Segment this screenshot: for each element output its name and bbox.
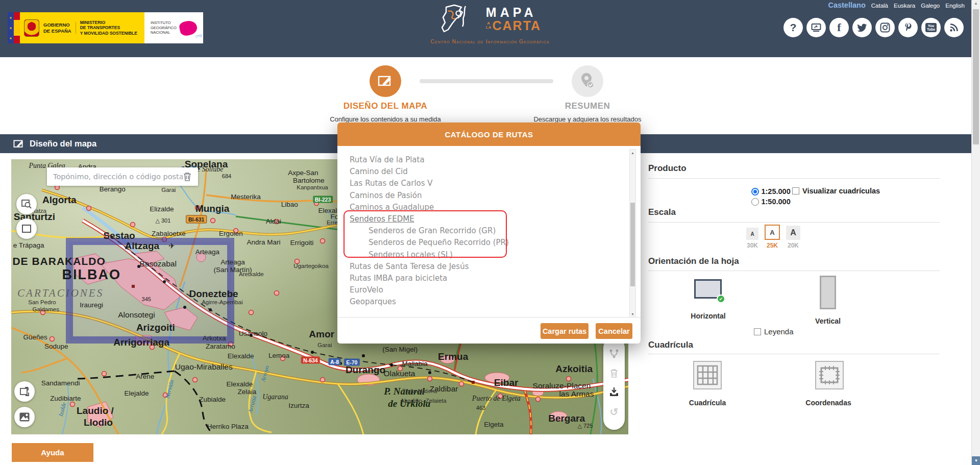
- route-catalog-item[interactable]: Caminos a Guadalupe: [350, 202, 626, 213]
- step-summary-sublabel: Descargue y adquiera los resultados: [521, 115, 654, 123]
- visualizar-cuadriculas-checkbox[interactable]: Visualizar cuadrículas: [792, 187, 880, 195]
- radio-25-label: 1:25.000: [761, 187, 790, 195]
- check-badge-icon: ✔: [717, 295, 725, 303]
- cnig-logo-icon: [178, 19, 198, 36]
- scroll-down-icon[interactable]: ▼: [630, 311, 635, 317]
- ministry-block: GOBIERNODE ESPAÑA MINISTERIODE TRANSPORT…: [20, 12, 144, 43]
- map-design-icon: [13, 139, 24, 149]
- download-icon[interactable]: [609, 387, 619, 397]
- zoom-to-area-button[interactable]: [16, 194, 37, 214]
- page-scrollbar[interactable]: ▲ ▼: [971, 0, 980, 465]
- government-logo[interactable]: ★★★ GOBIERNODE ESPAÑA MINISTERIODE TRANS…: [8, 12, 203, 43]
- radio-unselected-icon[interactable]: [751, 198, 759, 206]
- leyenda-label: Leyenda: [764, 327, 794, 336]
- grid-icon: [697, 365, 718, 385]
- radio-option-50k[interactable]: 1:50.000: [751, 197, 791, 207]
- route-catalog-item[interactable]: Senderos Locales (SL): [369, 249, 626, 261]
- search-input[interactable]: [53, 173, 183, 181]
- route-catalog-item[interactable]: Rutas IMBA para bicicleta: [350, 273, 626, 284]
- coordinates-label: Coordenadas: [797, 399, 860, 407]
- brand-a-la: ALA: [486, 21, 492, 30]
- route-catalog-item[interactable]: Camino del Cid: [350, 166, 626, 178]
- basemap-button[interactable]: [14, 407, 35, 427]
- language-option[interactable]: Euskara: [894, 3, 915, 9]
- trash-icon[interactable]: [183, 172, 192, 182]
- instituto-text: INSTITUTOGEOGRÁFICONACIONAL: [151, 20, 177, 35]
- scale-option-30k[interactable]: A30K: [746, 228, 758, 249]
- help-button[interactable]: Ayuda: [12, 443, 93, 462]
- ministerio-text: MINISTERIODE TRANSPORTESY MOVILIDAD SOST…: [80, 20, 137, 36]
- language-option[interactable]: Català: [871, 3, 888, 9]
- rectangle-icon: [21, 224, 32, 233]
- language-option[interactable]: English: [945, 3, 965, 9]
- scroll-up-icon[interactable]: ▲: [972, 1, 980, 8]
- grid-option[interactable]: [693, 361, 722, 389]
- social-icons: ?fYouTube: [783, 18, 964, 37]
- language-selected[interactable]: Castellano: [828, 1, 865, 9]
- radio-50-label: 1:50.000: [761, 198, 790, 206]
- facebook-icon[interactable]: f: [829, 18, 849, 37]
- map-tools: ↺: [603, 337, 625, 430]
- scale-letter: A: [765, 225, 780, 240]
- dialog-title: CATÁLOGO DE RUTAS: [445, 130, 533, 139]
- youtube-icon[interactable]: YouTube: [921, 18, 941, 37]
- route-catalog-item[interactable]: Caminos de Pasión: [350, 190, 626, 202]
- route-catalog-item[interactable]: Ruta Vía de la Plata: [350, 154, 626, 166]
- scale-option-20k[interactable]: A20K: [786, 226, 800, 249]
- route-icon[interactable]: [609, 349, 619, 359]
- map-search[interactable]: [47, 167, 198, 186]
- coordinates-icon: [818, 365, 841, 385]
- scrollbar-thumb[interactable]: [630, 203, 635, 286]
- orientation-vertical-option[interactable]: [820, 276, 836, 309]
- ign-block: INSTITUTOGEOGRÁFICONACIONAL: [144, 12, 203, 43]
- divider: [648, 178, 940, 179]
- scroll-down-icon[interactable]: ▼: [972, 456, 980, 465]
- divider: [648, 271, 940, 271]
- draw-extent-button[interactable]: [16, 218, 37, 239]
- route-catalog-item[interactable]: EuroVelo: [350, 284, 626, 296]
- radio-option-25k[interactable]: 1:25.000: [751, 186, 791, 197]
- step-summary-label: RESUMEN: [541, 101, 634, 111]
- route-catalog-item[interactable]: Las Rutas de Carlos V: [350, 178, 626, 189]
- sheet-selection-rect: [69, 241, 231, 340]
- trash-icon[interactable]: [609, 368, 619, 378]
- leyenda-checkbox[interactable]: Leyenda: [754, 327, 794, 336]
- spain-outline-icon: [439, 3, 482, 35]
- scroll-up-icon[interactable]: ▲: [630, 150, 635, 156]
- brand-subtitle: Centro Nacional de Información Geográfic…: [424, 38, 556, 44]
- route-catalog-item[interactable]: Senderos FEDME: [350, 213, 626, 225]
- route-catalog-item[interactable]: Geoparques: [350, 296, 626, 308]
- scale-option-25k[interactable]: A25K: [765, 225, 780, 249]
- resize-extent-button[interactable]: [14, 381, 35, 402]
- radio-selected-icon[interactable]: [751, 188, 759, 195]
- screen-share-icon[interactable]: [806, 18, 826, 37]
- list-scrollbar[interactable]: ▲ ▼: [629, 149, 636, 317]
- language-bar: Castellano CatalàEuskaraGalegoEnglish: [828, 1, 965, 9]
- scale-label: 25K: [767, 242, 778, 249]
- rss-icon[interactable]: [944, 18, 964, 37]
- scale-letter: A: [746, 228, 758, 240]
- twitter-icon[interactable]: [852, 18, 872, 37]
- escala-title: Escala: [648, 207, 676, 217]
- gobierno-text: GOBIERNODE ESPAÑA: [43, 22, 76, 34]
- checkbox-icon[interactable]: [754, 328, 761, 335]
- route-catalog-item[interactable]: Rutas de Santa Teresa de Jesús: [350, 261, 626, 273]
- route-catalog-item[interactable]: Senderos de Gran Recorrido (GR): [369, 225, 626, 237]
- cancel-button[interactable]: Cancelar: [596, 323, 632, 339]
- step-design-circle[interactable]: [370, 65, 401, 97]
- help-icon[interactable]: ?: [783, 18, 803, 37]
- language-option[interactable]: Galego: [921, 3, 940, 9]
- route-catalog-item[interactable]: Senderos de Pequeño Recorrido (PR): [369, 237, 626, 249]
- checkbox-icon[interactable]: [792, 187, 799, 194]
- undo-icon[interactable]: ↺: [610, 406, 619, 418]
- scrollbar-thumb[interactable]: [973, 9, 979, 144]
- step-summary-circle[interactable]: [572, 65, 603, 97]
- vertical-label: Vertical: [805, 317, 851, 325]
- pinterest-icon[interactable]: [898, 18, 918, 37]
- coordinates-option[interactable]: [815, 361, 844, 389]
- load-routes-button[interactable]: Cargar rutas: [541, 323, 589, 339]
- dialog-divider: [337, 317, 641, 317]
- instagram-icon[interactable]: [875, 18, 895, 37]
- image-icon: [19, 412, 30, 422]
- app-logo[interactable]: MAPA ALA CARTA Centro Nacional de Inform…: [424, 3, 556, 44]
